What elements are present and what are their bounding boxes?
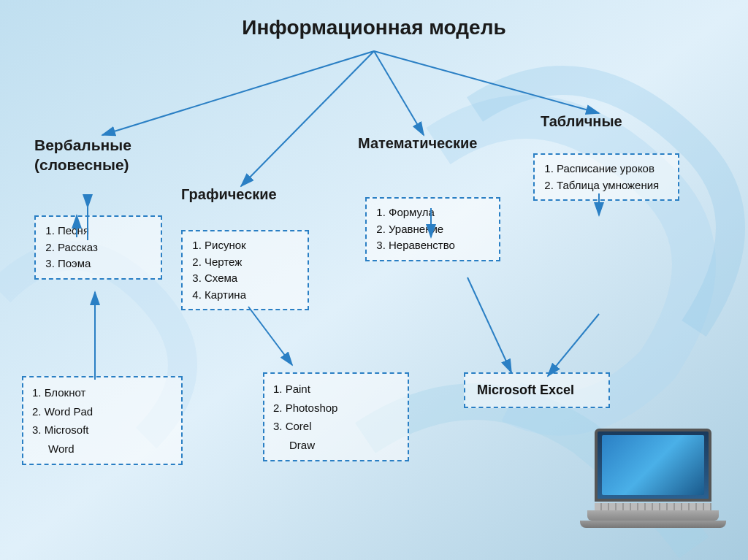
mathematical-heading: Математические <box>358 135 477 152</box>
tabular-items-list: Расписание уроков Таблица умножения <box>557 161 669 193</box>
mathematical-items-box: Формула Уравнение Неравенство <box>365 197 500 261</box>
list-item: Рассказ <box>58 239 152 256</box>
tabular-apps-box: Microsoft Excel <box>464 372 610 408</box>
svg-line-6 <box>374 51 599 113</box>
list-item: Уравнение <box>389 221 490 238</box>
list-item: Word <box>48 440 172 459</box>
laptop-screen-inner <box>602 435 704 495</box>
verbal-items-box: Песня Рассказ Поэма <box>34 215 162 280</box>
laptop-illustration <box>580 429 726 538</box>
page-title: Информационная модель <box>0 0 748 47</box>
svg-line-13 <box>468 277 511 372</box>
list-item: 2. Photoshop <box>273 399 399 418</box>
graphical-apps-box: 1. Paint 2. Photoshop 3. Corel Draw <box>263 372 409 461</box>
list-item: Формула <box>389 204 490 221</box>
list-item: Рисунок <box>205 237 299 254</box>
list-item: Песня <box>58 223 152 239</box>
laptop-bottom <box>580 521 726 528</box>
list-item: Draw <box>289 436 399 455</box>
svg-line-4 <box>241 51 374 186</box>
svg-line-14 <box>548 314 599 376</box>
list-item: 2. Word Pad <box>32 402 172 421</box>
list-item: Чертеж <box>205 254 299 271</box>
verbal-apps-box: 1. Блокнот 2. Word Pad 3. Microsoft Word <box>22 376 183 465</box>
verbal-heading: Вербальные (словесные) <box>34 135 131 175</box>
list-item: Таблица умножения <box>557 177 669 194</box>
list-item: 3. Microsoft <box>32 421 172 440</box>
list-item: Картина <box>205 287 299 304</box>
list-item: Схема <box>205 270 299 287</box>
list-item: 1. Блокнот <box>32 383 172 402</box>
excel-label: Microsoft Excel <box>477 383 597 398</box>
svg-line-5 <box>374 51 424 135</box>
graphical-items-list: Рисунок Чертеж Схема Картина <box>205 237 299 303</box>
list-item: Расписание уроков <box>557 161 669 177</box>
main-content: Информационная модель <box>0 0 748 560</box>
tabular-heading: Табличные <box>541 113 622 130</box>
list-item: Поэма <box>58 256 152 272</box>
list-item: Неравенство <box>389 237 490 254</box>
list-item: 3. Corel <box>273 417 399 436</box>
laptop-screen <box>595 429 711 502</box>
verbal-items-list: Песня Рассказ Поэма <box>58 223 152 272</box>
svg-line-3 <box>102 51 374 135</box>
laptop-keyboard <box>595 503 711 510</box>
tabular-items-box: Расписание уроков Таблица умножения <box>533 153 679 201</box>
svg-line-10 <box>248 307 292 365</box>
laptop-base <box>587 510 719 521</box>
mathematical-items-list: Формула Уравнение Неравенство <box>389 204 490 254</box>
graphical-heading: Графические <box>181 186 277 203</box>
list-item: 1. Paint <box>273 380 399 399</box>
graphical-items-box: Рисунок Чертеж Схема Картина <box>181 230 309 310</box>
